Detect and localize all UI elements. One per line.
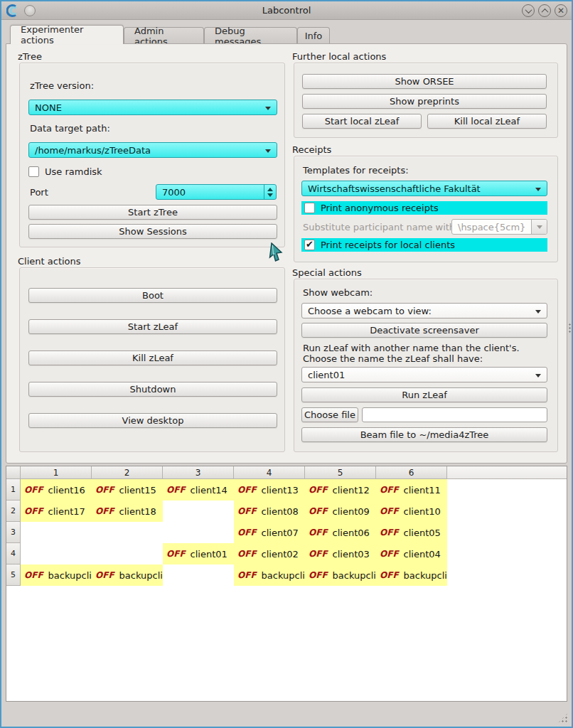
status-off-badge: OFF <box>309 485 328 495</box>
row-header[interactable]: 2 <box>6 500 21 522</box>
print-local-checkbox[interactable] <box>304 240 315 250</box>
deactivate-screensaver-button[interactable]: Deactivate screensaver <box>301 323 547 338</box>
beam-file-button[interactable]: Beam file to ~/media4zTree <box>301 427 547 442</box>
kill-zleaf-button[interactable]: Kill zLeaf <box>28 350 277 365</box>
webcam-value: Choose a webcam to view: <box>308 306 432 316</box>
client-cell[interactable]: OFFclient17 <box>21 500 92 522</box>
client-cell[interactable]: OFFbackupcli... <box>234 564 305 586</box>
status-off-badge: OFF <box>380 570 399 580</box>
client-cell[interactable]: OFFclient16 <box>21 479 92 500</box>
client-cell[interactable]: OFFclient15 <box>92 479 163 500</box>
start-ztree-button[interactable]: Start zTree <box>28 205 277 220</box>
client-cell[interactable]: OFFclient05 <box>376 522 447 543</box>
client-cell[interactable]: OFFbackupcli... <box>21 564 92 586</box>
spin-up-icon[interactable] <box>267 188 273 191</box>
spin-down-icon[interactable] <box>267 193 273 197</box>
print-anonymous-row[interactable]: Print anonymous receipts <box>301 201 547 215</box>
tab-debug-messages[interactable]: Debug messages <box>204 27 297 44</box>
column-header[interactable]: 5 <box>305 466 376 479</box>
empty-cell[interactable] <box>92 543 163 564</box>
table-row: 5OFFbackupcli...OFFbackupcli...OFFbackup… <box>6 564 567 586</box>
column-header[interactable]: 2 <box>92 466 163 479</box>
use-ramdisk-checkbox[interactable] <box>28 166 39 177</box>
tab-info[interactable]: Info <box>297 27 330 44</box>
client-cell[interactable]: OFFclient07 <box>234 522 305 543</box>
empty-cell[interactable] <box>92 522 163 543</box>
status-off-badge: OFF <box>237 485 257 495</box>
tab-experimenter-actions[interactable]: Experimenter actions <box>10 25 124 44</box>
empty-cell[interactable] <box>21 543 92 564</box>
empty-cell[interactable] <box>21 522 92 543</box>
table-body: 1OFFclient16OFFclient15OFFclient14OFFcli… <box>6 479 567 586</box>
shutdown-button[interactable]: Shutdown <box>28 382 277 397</box>
client-cell[interactable]: OFFclient06 <box>305 522 376 543</box>
data-target-path-value: /home/markus/zTreeData <box>35 145 151 156</box>
column-header[interactable]: 1 <box>21 466 92 479</box>
ztree-version-label: zTree version: <box>30 80 94 91</box>
show-preprints-button[interactable]: Show preprints <box>302 94 547 109</box>
client-cell[interactable]: OFFclient04 <box>376 543 447 564</box>
status-off-badge: OFF <box>24 506 43 516</box>
table-corner[interactable] <box>6 466 21 479</box>
client-cell[interactable]: OFFbackupcli... <box>376 564 447 586</box>
start-zleaf-button[interactable]: Start zLeaf <box>28 319 277 334</box>
view-desktop-button[interactable]: View desktop <box>28 413 277 428</box>
receipt-template-select[interactable]: Wirtschaftswissenschaftliche Fakultät <box>301 181 547 196</box>
client-cell[interactable]: OFFclient14 <box>163 479 234 500</box>
ztree-version-select[interactable]: NONE <box>28 100 277 115</box>
empty-cell[interactable] <box>163 522 234 543</box>
boot-button[interactable]: Boot <box>28 288 277 303</box>
column-header[interactable]: 4 <box>234 466 305 479</box>
client-cell[interactable]: OFFclient18 <box>92 500 163 522</box>
spinbox-arrows[interactable] <box>264 185 276 199</box>
title-bar[interactable]: Labcontrol ✕ <box>1 1 572 20</box>
client-cell[interactable]: OFFbackupcli... <box>305 564 376 586</box>
start-local-zleaf-button[interactable]: Start local zLeaf <box>302 114 422 129</box>
choose-file-button[interactable]: Choose file <box>301 407 358 422</box>
client-cell[interactable]: OFFclient02 <box>234 543 305 564</box>
use-ramdisk-checkbox-row[interactable]: Use ramdisk <box>28 166 102 177</box>
client-name: backupcli... <box>48 570 92 581</box>
client-name: client02 <box>262 549 299 560</box>
client-cell[interactable]: OFFbackupcli... <box>92 564 163 586</box>
client-name: client14 <box>191 485 227 496</box>
status-off-badge: OFF <box>95 506 114 516</box>
empty-cell[interactable] <box>163 500 234 522</box>
dropdown-arrow-icon <box>265 149 271 153</box>
show-sessions-button[interactable]: Show Sessions <box>28 224 277 239</box>
window-side-grip[interactable] <box>569 323 571 334</box>
column-header[interactable]: 3 <box>163 466 234 479</box>
client-cell[interactable]: OFFclient12 <box>305 479 376 500</box>
client-cell[interactable]: OFFclient09 <box>305 500 376 522</box>
row-header[interactable]: 1 <box>6 479 21 500</box>
empty-cell[interactable] <box>163 564 234 586</box>
client-cell[interactable]: OFFclient08 <box>234 500 305 522</box>
port-spinbox[interactable]: 7000 <box>156 184 277 200</box>
client-cell[interactable]: OFFclient03 <box>305 543 376 564</box>
row-header[interactable]: 5 <box>6 564 21 586</box>
substitute-name-select: \hspace{5cm} <box>451 219 547 235</box>
run-zleaf-button[interactable]: Run zLeaf <box>301 387 547 402</box>
kill-local-zleaf-button[interactable]: Kill local zLeaf <box>427 114 547 129</box>
row-header[interactable]: 3 <box>6 522 21 543</box>
file-path-input[interactable] <box>362 407 547 422</box>
client-cell[interactable]: OFFclient11 <box>376 479 447 500</box>
client-cell[interactable]: OFFclient01 <box>163 543 234 564</box>
print-local-row[interactable]: Print receipts for local clients <box>301 238 547 252</box>
show-orsee-button[interactable]: Show ORSEE <box>302 74 547 89</box>
print-anonymous-checkbox[interactable] <box>304 203 315 213</box>
tab-admin-actions[interactable]: Admin actions <box>124 27 204 44</box>
minimize-button[interactable] <box>522 4 535 17</box>
close-button[interactable]: ✕ <box>555 4 567 17</box>
data-target-path-select[interactable]: /home/markus/zTreeData <box>28 142 277 158</box>
zleaf-name-select[interactable]: client01 <box>301 367 547 382</box>
webcam-select[interactable]: Choose a webcam to view: <box>301 303 547 318</box>
labcontrol-window: Labcontrol ✕ Experimenter actions Admin … <box>0 0 573 728</box>
client-cell[interactable]: OFFclient10 <box>376 500 447 522</box>
resize-grip-icon[interactable] <box>557 712 569 724</box>
column-header[interactable]: 6 <box>376 466 447 479</box>
row-header[interactable]: 4 <box>6 543 21 564</box>
client-cell[interactable]: OFFclient13 <box>234 479 305 500</box>
dropdown-arrow-icon <box>535 310 541 314</box>
maximize-button[interactable] <box>538 4 551 17</box>
